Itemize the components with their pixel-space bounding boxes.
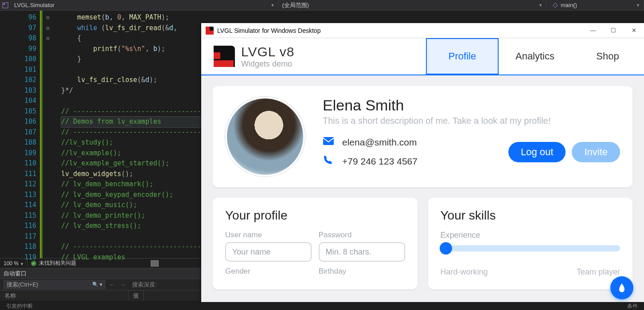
invite-button[interactable]: Invite — [572, 142, 620, 162]
your-skills-card: Your skills Experience Hard-working Team… — [428, 198, 633, 289]
brand: LVGL v8 Widgets demo — [214, 44, 294, 69]
chevron-down-icon: ▼ — [271, 3, 275, 8]
context-dropdown[interactable]: LVGL.Simulator ▼ — [11, 0, 279, 10]
search-depth-label: 搜索深度: — [132, 281, 157, 289]
maximize-button[interactable]: ☐ — [603, 23, 624, 38]
margin — [0, 11, 18, 258]
change-indicator — [40, 11, 43, 258]
email-icon — [323, 137, 334, 148]
username-input[interactable]: Your name — [225, 242, 312, 262]
close-button[interactable]: ✕ — [624, 23, 644, 38]
context-label: LVGL.Simulator — [14, 2, 55, 8]
context-icon — [2, 2, 9, 9]
svg-rect-1 — [4, 4, 5, 5]
scope-label: (全局范围) — [282, 1, 309, 9]
minimize-button[interactable]: — — [583, 23, 603, 38]
window-title: LVGL Simulator for Windows Desktop — [217, 27, 320, 34]
svg-rect-0 — [3, 3, 8, 8]
method-icon — [552, 2, 559, 9]
phone-icon — [323, 155, 334, 168]
ide-bottom-status: 引发的中断 条件 — [0, 302, 644, 310]
chevron-down-icon: ▼ — [636, 3, 640, 8]
profile-description: This is a short description of me. Take … — [323, 116, 620, 126]
svg-rect-2 — [323, 137, 334, 145]
column-name[interactable]: 名称 — [0, 290, 129, 301]
profile-name: Elena Smith — [323, 97, 620, 114]
tab-profile[interactable]: Profile — [426, 38, 499, 75]
fab-button[interactable] — [610, 276, 633, 299]
birthday-label: Birthday — [319, 267, 405, 276]
search-input[interactable]: 搜索(Ctrl+E) 🔍 ▾ — [4, 280, 105, 289]
search-icon: 🔍 ▾ — [92, 282, 102, 287]
window-titlebar[interactable]: LVGL Simulator for Windows Desktop — ☐ ✕ — [201, 23, 644, 38]
skill-tag: Hard-working — [441, 267, 488, 277]
avatar — [225, 97, 305, 177]
brand-icon — [214, 46, 235, 67]
fold-gutter[interactable]: ⊟⊟⊟ — [43, 11, 52, 258]
slider-knob[interactable] — [440, 242, 452, 255]
column-value[interactable]: 值 — [129, 290, 144, 301]
function-dropdown[interactable]: main() ▼ — [546, 0, 644, 10]
function-label: main() — [561, 2, 577, 8]
section-title: Your profile — [225, 208, 405, 223]
navigation-bar: LVGL.Simulator ▼ (全局范围) ▼ main() ▼ — [0, 0, 644, 11]
search-prev-button[interactable]: ← — [108, 281, 116, 288]
gender-label: Gender — [225, 267, 312, 276]
section-title: Your skills — [441, 208, 621, 223]
tab-analytics[interactable]: Analytics — [499, 38, 571, 75]
brand-title: LVGL v8 — [241, 44, 294, 59]
tab-shop[interactable]: Shop — [571, 38, 644, 75]
tab-bar: ProfileAnalyticsShop — [426, 38, 644, 75]
chevron-down-icon: ▼ — [539, 3, 543, 8]
line-number-gutter: 9697989910010110210310410510610710810911… — [18, 11, 40, 258]
skill-tag: Team player — [577, 267, 620, 277]
app-header: LVGL v8 Widgets demo ProfileAnalyticsSho… — [201, 38, 644, 75]
brand-subtitle: Widgets demo — [241, 59, 294, 69]
your-profile-card: Your profile User name Your name Passwor… — [213, 198, 418, 289]
search-next-button[interactable]: → — [119, 281, 127, 288]
zoom-level[interactable]: 100 % ▼ — [0, 260, 27, 267]
logout-button[interactable]: Log out — [508, 142, 566, 162]
app-icon — [206, 27, 214, 35]
password-input[interactable]: Min. 8 chars. — [319, 242, 405, 262]
username-label: User name — [225, 231, 312, 239]
simulator-body: LVGL v8 Widgets demo ProfileAnalyticsSho… — [201, 38, 644, 310]
password-label: Password — [319, 231, 405, 239]
profile-card: Elena Smith This is a short description … — [213, 86, 632, 187]
experience-slider[interactable] — [441, 245, 621, 251]
experience-label: Experience — [441, 231, 621, 240]
scope-dropdown[interactable]: (全局范围) ▼ — [279, 0, 547, 10]
check-icon: ✓ — [31, 261, 36, 266]
simulator-window: LVGL Simulator for Windows Desktop — ☐ ✕… — [201, 23, 644, 310]
